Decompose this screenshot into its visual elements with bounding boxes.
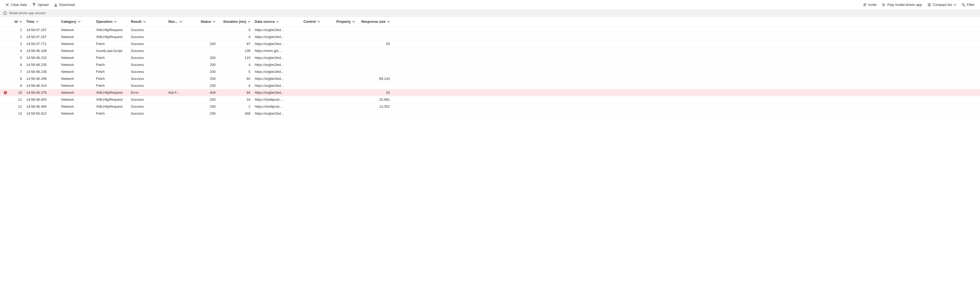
cell-time: 14:58:48.324 <box>24 84 59 87</box>
error-icon <box>3 91 7 95</box>
cell-result: Success <box>129 105 166 108</box>
cell-time: 14:58:48.378 <box>24 90 59 95</box>
download-button[interactable]: Download <box>52 2 77 8</box>
table-header: Id Time Category Operation Result Res...… <box>0 17 980 27</box>
cell-operation: XMLHttpRequest <box>94 97 129 102</box>
cell-responsesize: 25,991 <box>357 97 392 102</box>
invite-button[interactable]: Invite <box>861 2 879 8</box>
table-row[interactable]: 114:58:47.167NetworkXMLHttpRequestSucces… <box>0 27 980 33</box>
play-icon <box>882 3 886 7</box>
cell-time: 14:58:48.236 <box>24 70 59 74</box>
cell-operation: Fetch <box>94 84 129 87</box>
table-row[interactable]: 414:58:48.106NetworkAssetLoad.ScriptSucc… <box>0 48 980 54</box>
cell-duration: 4 <box>218 84 253 87</box>
cell-duration: 115 <box>218 56 253 60</box>
cell-result: Success <box>129 56 166 60</box>
cell-id: 6 <box>11 63 24 67</box>
close-icon <box>5 3 9 7</box>
cell-id: 10 <box>11 90 24 95</box>
cell-duration: 4 <box>218 35 253 39</box>
cell-duration: 138 <box>218 49 253 53</box>
clear-data-label: Clear data <box>11 3 27 7</box>
cell-id: 1 <box>11 28 24 32</box>
cell-duration: 84 <box>218 90 253 95</box>
cell-id: 12 <box>11 105 24 108</box>
cell-status: 200 <box>183 111 218 116</box>
col-resultinfo[interactable]: Res... <box>166 19 183 24</box>
cell-result: Success <box>129 111 166 116</box>
table-row[interactable]: 1014:58:48.378NetworkXMLHttpRequestError… <box>0 89 980 96</box>
cell-id: 2 <box>11 35 24 39</box>
cell-category: Network <box>59 97 94 102</box>
table-row[interactable]: 1214:58:48.494NetworkXMLHttpRequestSucce… <box>0 103 980 110</box>
cell-datasource: https://orgbe1fed... <box>253 42 288 46</box>
table-row[interactable]: 1314:58:50.922NetworkFetchSuccess200348h… <box>0 110 980 117</box>
cell-operation: Fetch <box>94 42 129 46</box>
cell-status: 200 <box>183 70 218 74</box>
table-row[interactable]: 314:58:47.771NetworkFetchSuccess20087htt… <box>0 40 980 48</box>
play-app-label: Play model-driven app <box>887 3 922 7</box>
col-duration-label: Duration (ms) <box>224 19 247 24</box>
cell-result: Success <box>129 63 166 67</box>
col-resultinfo-label: Res... <box>169 19 178 24</box>
col-control[interactable]: Control <box>288 19 322 24</box>
table-row[interactable]: 814:58:48.296NetworkFetchSuccess20092htt… <box>0 75 980 82</box>
cell-time: 14:58:48.106 <box>24 49 59 53</box>
table-row[interactable]: 614:58:48.235NetworkFetchSuccess2004http… <box>0 61 980 68</box>
col-datasource[interactable]: Data source <box>253 19 288 24</box>
col-operation-label: Operation <box>96 19 112 24</box>
cell-time: 14:58:50.922 <box>24 111 59 116</box>
cell-result: Success <box>129 77 166 81</box>
col-category[interactable]: Category <box>59 19 94 24</box>
cell-status: 200 <box>183 56 218 60</box>
cell-id: 5 <box>11 56 24 60</box>
cell-datasource: https://orgbe1fed... <box>253 90 288 95</box>
cell-duration: 348 <box>218 111 253 116</box>
col-duration[interactable]: Duration (ms) <box>218 19 253 24</box>
cell-operation: Fetch <box>94 111 129 116</box>
table-row[interactable]: 514:58:48.233NetworkFetchSuccess200115ht… <box>0 54 980 61</box>
cell-category: Network <box>59 49 94 53</box>
chevron-down-icon <box>352 21 355 23</box>
table-row[interactable]: 1114:58:48.453NetworkXMLHttpRequestSucce… <box>0 96 980 103</box>
cell-datasource: https://orgbe1fed... <box>253 84 288 87</box>
cell-datasource: https://shellprod.... <box>253 97 288 102</box>
cell-duration: 2 <box>218 105 253 108</box>
col-status[interactable]: Status <box>183 19 218 24</box>
col-id[interactable]: Id <box>11 19 24 24</box>
col-operation[interactable]: Operation <box>94 19 129 24</box>
cell-category: Network <box>59 70 94 74</box>
clear-data-button[interactable]: Clear data <box>3 2 29 8</box>
cell-datasource: https://orgbe1fed... <box>253 56 288 60</box>
chevron-down-icon <box>248 21 250 23</box>
cell-status: 404 <box>183 90 218 95</box>
upload-button[interactable]: Upload <box>30 2 51 8</box>
cell-category: Network <box>59 111 94 116</box>
col-property[interactable]: Property <box>322 19 357 24</box>
cell-id: 3 <box>11 42 24 46</box>
filter-button[interactable]: Filter <box>959 2 977 8</box>
table-row[interactable]: 714:58:48.236NetworkFetchSuccess2005http… <box>0 68 980 75</box>
download-label: Download <box>59 3 75 7</box>
cell-operation: Fetch <box>94 77 129 81</box>
cell-operation: Fetch <box>94 56 129 60</box>
col-responsesize[interactable]: Response size <box>357 19 392 24</box>
col-datasource-label: Data source <box>255 19 275 24</box>
col-control-label: Control <box>304 19 316 24</box>
cell-result: Success <box>129 42 166 46</box>
cell-status: 200 <box>183 105 218 108</box>
session-label: Model-driven app session <box>9 11 46 15</box>
info-icon <box>3 11 7 15</box>
table-row[interactable]: 914:58:48.324NetworkFetchSuccess2004http… <box>0 82 980 89</box>
col-status-label: Status <box>200 19 211 24</box>
compact-list-button[interactable]: Compact list <box>925 2 959 8</box>
cell-result: Success <box>129 70 166 74</box>
col-result[interactable]: Result <box>129 19 166 24</box>
table-row[interactable]: 214:58:47.167NetworkXMLHttpRequestSucces… <box>0 33 980 40</box>
cell-operation: Fetch <box>94 70 129 74</box>
cell-id: 4 <box>11 49 24 53</box>
col-responsesize-label: Response size <box>361 19 385 24</box>
cell-datasource: https://orgbe1fed... <box>253 77 288 81</box>
play-app-button[interactable]: Play model-driven app <box>880 2 924 8</box>
col-time[interactable]: Time <box>24 19 59 24</box>
